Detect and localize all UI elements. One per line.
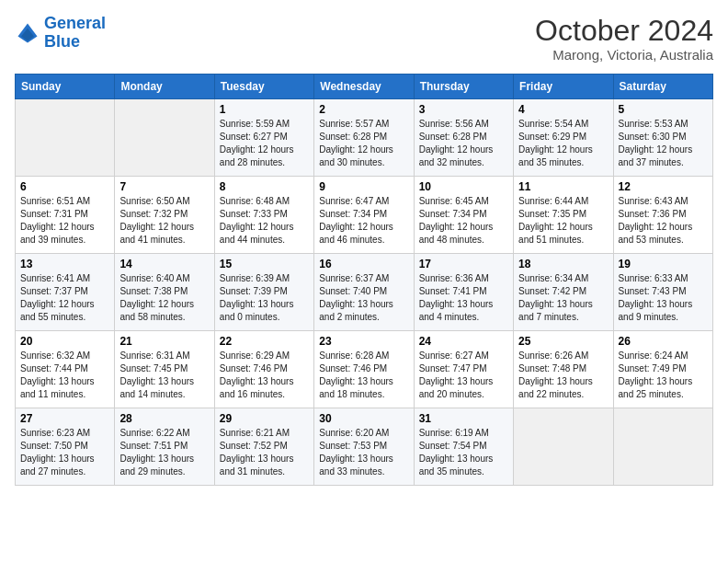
calendar-day-cell: 30Sunrise: 6:20 AMSunset: 7:53 PMDayligh…: [314, 408, 414, 486]
day-number: 8: [220, 180, 309, 193]
calendar-week-row: 20Sunrise: 6:32 AMSunset: 7:44 PMDayligh…: [16, 331, 713, 408]
day-number: 27: [20, 412, 109, 425]
day-info: Sunrise: 6:32 AMSunset: 7:44 PMDaylight:…: [20, 350, 109, 401]
calendar-week-row: 13Sunrise: 6:41 AMSunset: 7:37 PMDayligh…: [16, 254, 713, 331]
calendar-day-cell: 15Sunrise: 6:39 AMSunset: 7:39 PMDayligh…: [214, 254, 313, 331]
day-info: Sunrise: 6:20 AMSunset: 7:53 PMDaylight:…: [319, 427, 408, 478]
day-number: 13: [20, 258, 109, 270]
title-block: October 2024 Marong, Victoria, Australia: [535, 15, 713, 63]
day-number: 28: [119, 412, 209, 425]
day-number: 20: [20, 335, 109, 348]
day-number: 19: [619, 258, 708, 270]
day-number: 10: [419, 180, 508, 193]
calendar-day-cell: [16, 99, 115, 177]
location: Marong, Victoria, Australia: [535, 47, 713, 63]
calendar-day-cell: 24Sunrise: 6:27 AMSunset: 7:47 PMDayligh…: [414, 331, 513, 408]
calendar-day-cell: 31Sunrise: 6:19 AMSunset: 7:54 PMDayligh…: [414, 408, 513, 486]
day-number: 29: [220, 412, 309, 425]
calendar-day-cell: [613, 408, 712, 486]
day-info: Sunrise: 6:33 AMSunset: 7:43 PMDaylight:…: [619, 272, 708, 324]
day-number: 14: [119, 258, 209, 270]
weekday-header: Wednesday: [314, 75, 414, 99]
day-number: 9: [319, 180, 408, 193]
calendar-day-cell: 14Sunrise: 6:40 AMSunset: 7:38 PMDayligh…: [115, 254, 214, 331]
calendar-day-cell: [115, 99, 214, 177]
logo: General Blue: [15, 15, 106, 52]
calendar-day-cell: 3Sunrise: 5:56 AMSunset: 6:28 PMDaylight…: [414, 99, 513, 177]
day-info: Sunrise: 5:57 AMSunset: 6:28 PMDaylight:…: [319, 118, 408, 169]
day-number: 15: [220, 258, 309, 270]
day-number: 2: [319, 103, 408, 116]
calendar-day-cell: 2Sunrise: 5:57 AMSunset: 6:28 PMDaylight…: [314, 99, 414, 177]
calendar-day-cell: 1Sunrise: 5:59 AMSunset: 6:27 PMDaylight…: [214, 99, 313, 177]
calendar-day-cell: 26Sunrise: 6:24 AMSunset: 7:49 PMDayligh…: [613, 331, 712, 408]
day-info: Sunrise: 5:53 AMSunset: 6:30 PMDaylight:…: [619, 118, 708, 169]
calendar-day-cell: 21Sunrise: 6:31 AMSunset: 7:45 PMDayligh…: [115, 331, 214, 408]
day-number: 30: [319, 412, 408, 425]
day-info: Sunrise: 6:39 AMSunset: 7:39 PMDaylight:…: [220, 272, 309, 324]
calendar-day-cell: 29Sunrise: 6:21 AMSunset: 7:52 PMDayligh…: [214, 408, 313, 486]
day-info: Sunrise: 6:19 AMSunset: 7:54 PMDaylight:…: [419, 427, 508, 478]
logo-icon: [15, 20, 40, 46]
calendar-week-row: 27Sunrise: 6:23 AMSunset: 7:50 PMDayligh…: [16, 408, 713, 486]
day-number: 12: [619, 180, 708, 193]
day-info: Sunrise: 6:36 AMSunset: 7:41 PMDaylight:…: [419, 272, 508, 324]
day-number: 22: [220, 335, 309, 348]
day-number: 16: [319, 258, 408, 270]
day-info: Sunrise: 5:56 AMSunset: 6:28 PMDaylight:…: [419, 118, 508, 169]
day-number: 6: [20, 180, 109, 193]
day-info: Sunrise: 6:23 AMSunset: 7:50 PMDaylight:…: [20, 427, 109, 478]
day-info: Sunrise: 5:59 AMSunset: 6:27 PMDaylight:…: [220, 118, 309, 169]
weekday-header: Friday: [514, 75, 613, 99]
day-info: Sunrise: 6:48 AMSunset: 7:33 PMDaylight:…: [220, 195, 309, 247]
calendar-table: SundayMondayTuesdayWednesdayThursdayFrid…: [15, 74, 713, 486]
calendar-day-cell: 17Sunrise: 6:36 AMSunset: 7:41 PMDayligh…: [414, 254, 513, 331]
calendar-day-cell: 10Sunrise: 6:45 AMSunset: 7:34 PMDayligh…: [414, 177, 513, 254]
day-info: Sunrise: 6:41 AMSunset: 7:37 PMDaylight:…: [20, 272, 109, 324]
weekday-header-row: SundayMondayTuesdayWednesdayThursdayFrid…: [16, 75, 713, 99]
day-number: 26: [619, 335, 708, 348]
calendar-week-row: 6Sunrise: 6:51 AMSunset: 7:31 PMDaylight…: [16, 177, 713, 254]
calendar-day-cell: 6Sunrise: 6:51 AMSunset: 7:31 PMDaylight…: [16, 177, 115, 254]
calendar-day-cell: 23Sunrise: 6:28 AMSunset: 7:46 PMDayligh…: [314, 331, 414, 408]
day-number: 23: [319, 335, 408, 348]
weekday-header: Thursday: [414, 75, 513, 99]
day-number: 7: [119, 180, 209, 193]
day-number: 5: [619, 103, 708, 116]
logo-line2: Blue: [44, 32, 80, 51]
calendar-day-cell: 22Sunrise: 6:29 AMSunset: 7:46 PMDayligh…: [214, 331, 313, 408]
day-number: 17: [419, 258, 508, 270]
day-info: Sunrise: 6:37 AMSunset: 7:40 PMDaylight:…: [319, 272, 408, 324]
day-info: Sunrise: 6:43 AMSunset: 7:36 PMDaylight:…: [619, 195, 708, 247]
weekday-header: Monday: [115, 75, 214, 99]
calendar-day-cell: 5Sunrise: 5:53 AMSunset: 6:30 PMDaylight…: [613, 99, 712, 177]
calendar-day-cell: 4Sunrise: 5:54 AMSunset: 6:29 PMDaylight…: [514, 99, 613, 177]
calendar-day-cell: 12Sunrise: 6:43 AMSunset: 7:36 PMDayligh…: [613, 177, 712, 254]
day-info: Sunrise: 5:54 AMSunset: 6:29 PMDaylight:…: [518, 118, 608, 169]
calendar-day-cell: [514, 408, 613, 486]
calendar-day-cell: 19Sunrise: 6:33 AMSunset: 7:43 PMDayligh…: [613, 254, 712, 331]
logo-line1: General: [44, 14, 106, 32]
logo-text: General Blue: [44, 15, 106, 52]
day-number: 25: [518, 335, 608, 348]
calendar-day-cell: 20Sunrise: 6:32 AMSunset: 7:44 PMDayligh…: [16, 331, 115, 408]
calendar-day-cell: 8Sunrise: 6:48 AMSunset: 7:33 PMDaylight…: [214, 177, 313, 254]
calendar-week-row: 1Sunrise: 5:59 AMSunset: 6:27 PMDaylight…: [16, 99, 713, 177]
page-header: General Blue October 2024 Marong, Victor…: [15, 15, 713, 63]
calendar-day-cell: 9Sunrise: 6:47 AMSunset: 7:34 PMDaylight…: [314, 177, 414, 254]
day-number: 31: [419, 412, 508, 425]
day-info: Sunrise: 6:45 AMSunset: 7:34 PMDaylight:…: [419, 195, 508, 247]
day-info: Sunrise: 6:31 AMSunset: 7:45 PMDaylight:…: [119, 350, 209, 401]
day-number: 24: [419, 335, 508, 348]
day-info: Sunrise: 6:51 AMSunset: 7:31 PMDaylight:…: [20, 195, 109, 247]
day-info: Sunrise: 6:29 AMSunset: 7:46 PMDaylight:…: [220, 350, 309, 401]
calendar-day-cell: 28Sunrise: 6:22 AMSunset: 7:51 PMDayligh…: [115, 408, 214, 486]
weekday-header: Tuesday: [214, 75, 313, 99]
calendar-day-cell: 13Sunrise: 6:41 AMSunset: 7:37 PMDayligh…: [16, 254, 115, 331]
day-info: Sunrise: 6:28 AMSunset: 7:46 PMDaylight:…: [319, 350, 408, 401]
day-info: Sunrise: 6:50 AMSunset: 7:32 PMDaylight:…: [119, 195, 209, 247]
weekday-header: Sunday: [16, 75, 115, 99]
day-info: Sunrise: 6:26 AMSunset: 7:48 PMDaylight:…: [518, 350, 608, 401]
calendar-day-cell: 7Sunrise: 6:50 AMSunset: 7:32 PMDaylight…: [115, 177, 214, 254]
day-number: 4: [518, 103, 608, 116]
